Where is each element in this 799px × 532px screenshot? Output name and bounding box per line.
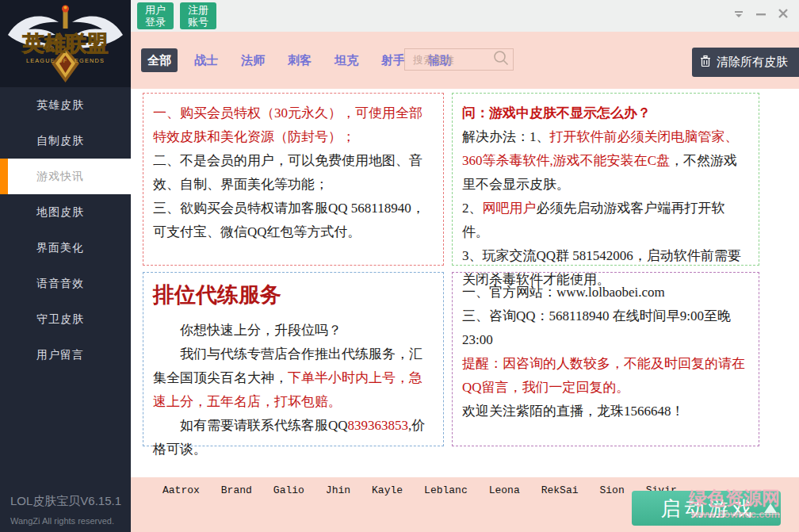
panel-rank-boost-service: 排位代练服务 你想快速上分，升段位吗？ 我们与代练专营店合作推出代练服务，汇集全… bbox=[143, 272, 444, 446]
trash-icon bbox=[700, 55, 711, 70]
search-input[interactable] bbox=[411, 53, 492, 67]
tab-tank[interactable]: 坦克 bbox=[328, 48, 365, 72]
hero-link-reksai[interactable]: RekSai bbox=[541, 484, 579, 496]
sidebar-item-hero-skins[interactable]: 英雄皮肤 bbox=[0, 87, 131, 123]
boost-line-1: 你想快速上分，升段位吗？ bbox=[153, 319, 434, 343]
hero-link-jhin[interactable]: Jhin bbox=[326, 484, 350, 496]
membership-item-2: 二、不是会员的用户，可以免费使用地图、音效、自制、界面美化等功能； bbox=[153, 149, 434, 197]
toolbar: 全部 战士 法师 刺客 坦克 射手 辅助 清除所有皮肤 bbox=[131, 32, 799, 89]
hero-link-galio[interactable]: Galio bbox=[273, 484, 304, 496]
sidebar-footer: LOL皮肤宝贝V6.15.1 WangZi All rights reserve… bbox=[10, 494, 121, 526]
app-version: LOL皮肤宝贝V6.15.1 bbox=[10, 494, 121, 509]
news-content-area: 一、购买会员特权（30元永久），可使用全部特效皮肤和美化资源（防封号）； 二、不… bbox=[131, 89, 799, 477]
hero-link-leblanc[interactable]: Leblanc bbox=[424, 484, 468, 496]
user-login-button[interactable]: 用户 登录 bbox=[137, 2, 174, 29]
tab-all[interactable]: 全部 bbox=[141, 48, 178, 72]
window-controls bbox=[731, 6, 791, 21]
sidebar: 英雄联盟 LEAGUE OF LEGENDS 英雄皮肤 自制皮肤 游戏快讯 地图… bbox=[0, 0, 131, 532]
minimize-icon[interactable] bbox=[753, 6, 769, 21]
contact-livestream: 欢迎关注紫陌的直播，龙珠1566648！ bbox=[462, 400, 749, 423]
tab-fighter[interactable]: 战士 bbox=[188, 48, 224, 72]
logo-title-cn: 英雄联盟 bbox=[22, 32, 109, 55]
sidebar-item-ui-beautify[interactable]: 界面美化 bbox=[0, 230, 131, 266]
caret-down-icon[interactable] bbox=[731, 6, 747, 21]
torch-icon bbox=[63, 11, 68, 29]
logo-art: 英雄联盟 LEAGUE OF LEGENDS bbox=[0, 0, 131, 87]
bottom-bar: Aatrox Brand Galio Jhin Kayle Leblanc Le… bbox=[131, 477, 799, 532]
boost-line-2: 我们与代练专营店合作推出代练服务，汇集全国顶尖百名大神，下单半小时内上号，急速上… bbox=[153, 343, 434, 414]
league-of-legends-logo: 英雄联盟 LEAGUE OF LEGENDS bbox=[0, 0, 131, 87]
sidebar-item-custom-skins[interactable]: 自制皮肤 bbox=[0, 123, 131, 159]
close-icon[interactable] bbox=[775, 6, 791, 21]
contact-website: 一、官方网站：www.lolbaobei.com bbox=[462, 281, 749, 304]
hero-link-kayle[interactable]: Kayle bbox=[372, 484, 403, 496]
tab-mage[interactable]: 法师 bbox=[235, 48, 271, 72]
faq-solution-2: 2、网吧用户必须先启动游戏客户端再打开软件。 bbox=[462, 197, 749, 244]
login-label-line1: 用户 bbox=[137, 4, 174, 16]
hero-link-sion[interactable]: Sion bbox=[600, 484, 625, 496]
register-account-button[interactable]: 注册 账号 bbox=[180, 2, 216, 29]
sidebar-nav: 英雄皮肤 自制皮肤 游戏快讯 地图皮肤 界面美化 语音音效 守卫皮肤 用户留言 bbox=[0, 87, 131, 373]
flame-core-icon bbox=[64, 6, 67, 10]
hero-link-leona[interactable]: Leona bbox=[489, 484, 520, 496]
contact-reminder: 提醒：因咨询的人数较多，不能及时回复的请在QQ留言，我们一定回复的。 bbox=[462, 352, 749, 400]
app-window: 英雄联盟 LEAGUE OF LEGENDS 英雄皮肤 自制皮肤 游戏快讯 地图… bbox=[0, 0, 799, 532]
watermark-triangle-icon bbox=[764, 503, 777, 513]
panel-membership-info: 一、购买会员特权（30元永久），可使用全部特效皮肤和美化资源（防封号）； 二、不… bbox=[143, 93, 444, 266]
membership-item-1: 一、购买会员特权（30元永久），可使用全部特效皮肤和美化资源（防封号）； bbox=[153, 101, 434, 149]
faq-question: 问：游戏中皮肤不显示怎么办？ bbox=[462, 101, 749, 125]
panel-contact-info: 一、官方网站：www.lolbaobei.com 三、咨询QQ：56811894… bbox=[452, 272, 759, 446]
sidebar-item-voice-sfx[interactable]: 语音音效 bbox=[0, 266, 131, 301]
sidebar-item-user-messages[interactable]: 用户留言 bbox=[0, 337, 131, 373]
boost-title: 排位代练服务 bbox=[153, 281, 434, 309]
boost-line-3: 如有需要请联系代练客服QQ839363853,价格可谈。 bbox=[153, 414, 434, 461]
search-icon[interactable] bbox=[492, 49, 510, 70]
sidebar-item-ward-skins[interactable]: 守卫皮肤 bbox=[0, 301, 131, 337]
hero-link-brand[interactable]: Brand bbox=[221, 484, 252, 496]
clear-all-skins-label: 清除所有皮肤 bbox=[717, 55, 788, 70]
sidebar-item-map-skins[interactable]: 地图皮肤 bbox=[0, 194, 131, 230]
register-label-line2: 账号 bbox=[180, 16, 216, 28]
titlebar: 用户 登录 注册 账号 bbox=[131, 0, 799, 32]
copyright: WangZi All rights reserved. bbox=[10, 516, 121, 526]
membership-item-3: 三、欲购买会员特权请加客服QQ 568118940，可支付宝、微信QQ红包等方式… bbox=[153, 197, 434, 244]
panel-skin-faq: 问：游戏中皮肤不显示怎么办？ 解决办法：1、打开软件前必须关闭电脑管家、360等… bbox=[452, 93, 759, 266]
hero-search-box bbox=[404, 48, 514, 71]
hero-name-list: Aatrox Brand Galio Jhin Kayle Leblanc Le… bbox=[162, 484, 677, 496]
hero-link-aatrox[interactable]: Aatrox bbox=[162, 484, 200, 496]
contact-qq: 三、咨询QQ：568118940 在线时间早9:00至晚23:00 bbox=[462, 304, 749, 352]
clear-all-skins-button[interactable]: 清除所有皮肤 bbox=[692, 48, 799, 77]
faq-solution-1: 解决办法：1、打开软件前必须关闭电脑管家、360等杀毒软件,游戏不能安装在C盘，… bbox=[462, 125, 749, 197]
login-label-line2: 登录 bbox=[137, 16, 174, 28]
tab-assassin[interactable]: 刺客 bbox=[281, 48, 318, 72]
logo-title-en: LEAGUE OF LEGENDS bbox=[26, 57, 105, 64]
register-label-line1: 注册 bbox=[180, 4, 216, 16]
launch-game-button[interactable]: 启动游戏 bbox=[632, 491, 781, 526]
sidebar-item-game-news[interactable]: 游戏快讯 bbox=[0, 159, 131, 194]
